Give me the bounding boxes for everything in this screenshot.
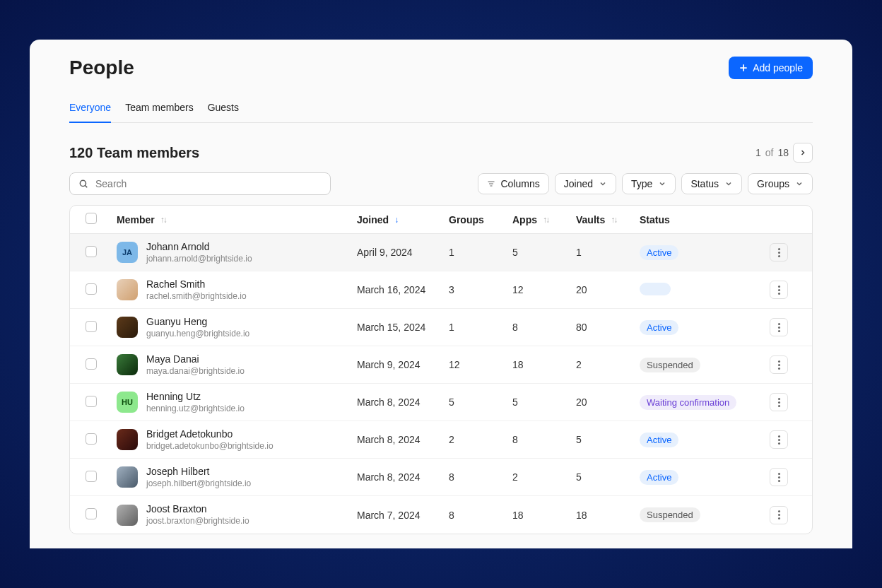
status-badge: Active: [640, 320, 678, 335]
member-email: maya.danai@brightside.io: [146, 366, 245, 376]
row-menu-button[interactable]: [770, 506, 788, 524]
col-status[interactable]: Status: [640, 214, 753, 225]
filter-groups[interactable]: Groups: [748, 173, 813, 194]
row-menu-button[interactable]: [770, 281, 788, 299]
apps-cell: 18: [512, 510, 576, 521]
svg-point-2: [80, 180, 86, 186]
status-badge: Active: [640, 245, 678, 260]
status-cell: Waiting confirmation: [640, 395, 753, 410]
tab-everyone[interactable]: Everyone: [69, 95, 111, 123]
apps-cell: 2: [512, 471, 576, 483]
avatar: [117, 505, 138, 526]
row-checkbox[interactable]: [86, 471, 97, 482]
member-email: guanyu.heng@brightside.io: [146, 329, 249, 339]
member-cell: Joseph Hilbert joseph.hilbert@brightside…: [117, 466, 357, 488]
row-menu-button[interactable]: [770, 430, 788, 449]
status-cell: Active: [640, 245, 753, 260]
status-cell: Suspended: [640, 358, 753, 372]
next-page-button[interactable]: [793, 143, 813, 163]
search-box[interactable]: [69, 172, 331, 195]
members-table: Member ↑↓ Joined ↓ Groups Apps ↑↓ Vaults…: [69, 205, 813, 534]
groups-cell: 5: [449, 396, 512, 408]
filter-status[interactable]: Status: [681, 173, 742, 194]
col-joined[interactable]: Joined ↓: [357, 214, 449, 225]
table-row[interactable]: Bridget Adetokunbo bridget.adetokunbo@br…: [70, 421, 812, 459]
row-menu-button[interactable]: [770, 468, 788, 486]
page-current: 1: [755, 147, 761, 158]
member-email: joost.braxton@brightside.io: [146, 516, 249, 526]
row-checkbox[interactable]: [86, 433, 97, 445]
vaults-cell: 18: [576, 510, 640, 521]
apps-cell: 5: [512, 247, 576, 258]
row-menu-button[interactable]: [770, 355, 788, 374]
joined-cell: March 15, 2024: [357, 322, 449, 333]
row-checkbox[interactable]: [86, 396, 97, 407]
more-icon: [778, 248, 780, 257]
sort-icon: ↑↓: [611, 215, 616, 225]
row-checkbox[interactable]: [86, 283, 97, 295]
vaults-cell: 1: [576, 247, 640, 258]
select-all-checkbox[interactable]: [86, 213, 97, 224]
vaults-cell: 80: [576, 322, 640, 333]
table-row[interactable]: Maya Danai maya.danai@brightside.io Marc…: [70, 346, 812, 384]
tab-guests[interactable]: Guests: [208, 95, 239, 123]
joined-cell: March 8, 2024: [357, 434, 449, 445]
col-member[interactable]: Member ↑↓: [117, 214, 357, 225]
status-label: Status: [690, 178, 719, 189]
vaults-cell: 5: [576, 471, 640, 483]
member-name: Joost Braxton: [146, 503, 249, 515]
more-icon: [778, 510, 780, 519]
row-checkbox[interactable]: [86, 246, 97, 257]
chevron-down-icon: [795, 180, 804, 188]
table-row[interactable]: JA Johann Arnold johann.arnold@brightsid…: [70, 234, 812, 271]
joined-cell: March 9, 2024: [357, 359, 449, 370]
page-total: 18: [777, 147, 789, 158]
filter-joined[interactable]: Joined: [555, 173, 616, 194]
status-badge: [640, 283, 671, 295]
avatar: [117, 317, 138, 338]
more-icon: [778, 398, 780, 407]
table-row[interactable]: Rachel Smith rachel.smith@brightside.io …: [70, 271, 812, 309]
tab-team-members[interactable]: Team members: [125, 95, 193, 123]
status-badge: Waiting confirmation: [640, 395, 736, 410]
vaults-cell: 2: [576, 359, 640, 370]
status-cell: Active: [640, 433, 753, 447]
row-menu-button[interactable]: [770, 318, 788, 336]
add-people-button[interactable]: Add people: [729, 57, 813, 79]
more-icon: [778, 286, 780, 295]
member-email: joseph.hilbert@brightside.io: [146, 478, 251, 488]
groups-cell: 2: [449, 434, 512, 445]
groups-cell: 1: [449, 247, 512, 258]
groups-cell: 1: [449, 322, 512, 333]
row-checkbox[interactable]: [86, 321, 97, 332]
joined-cell: March 8, 2024: [357, 471, 449, 483]
plus-icon: [739, 63, 748, 73]
filter-type[interactable]: Type: [622, 173, 676, 194]
row-menu-button[interactable]: [770, 393, 788, 411]
col-vaults[interactable]: Vaults ↑↓: [576, 214, 640, 225]
member-email: rachel.smith@brightside.io: [146, 291, 247, 301]
chevron-down-icon: [658, 180, 666, 188]
row-menu-button[interactable]: [770, 243, 788, 261]
table-row[interactable]: Guanyu Heng guanyu.heng@brightside.io Ma…: [70, 309, 812, 346]
member-cell: Joost Braxton joost.braxton@brightside.i…: [117, 503, 357, 526]
avatar: [117, 466, 138, 488]
col-apps[interactable]: Apps ↑↓: [512, 214, 576, 225]
table-row[interactable]: Joseph Hilbert joseph.hilbert@brightside…: [70, 459, 812, 496]
row-checkbox[interactable]: [86, 358, 97, 370]
table-row[interactable]: HU Henning Utz henning.utz@brightside.io…: [70, 384, 812, 421]
groups-cell: 8: [449, 510, 512, 521]
apps-cell: 8: [512, 434, 576, 445]
member-name: Johann Arnold: [146, 241, 252, 253]
status-badge: Suspended: [640, 507, 700, 522]
vaults-cell: 20: [576, 396, 640, 408]
col-groups[interactable]: Groups: [449, 214, 512, 225]
more-icon: [778, 323, 780, 332]
table-row[interactable]: Joost Braxton joost.braxton@brightside.i…: [70, 496, 812, 534]
status-badge: Active: [640, 433, 678, 447]
columns-button[interactable]: Columns: [478, 173, 549, 194]
avatar: [117, 279, 138, 300]
row-checkbox[interactable]: [86, 508, 97, 519]
joined-cell: March 16, 2024: [357, 284, 449, 295]
search-input[interactable]: [94, 177, 322, 190]
